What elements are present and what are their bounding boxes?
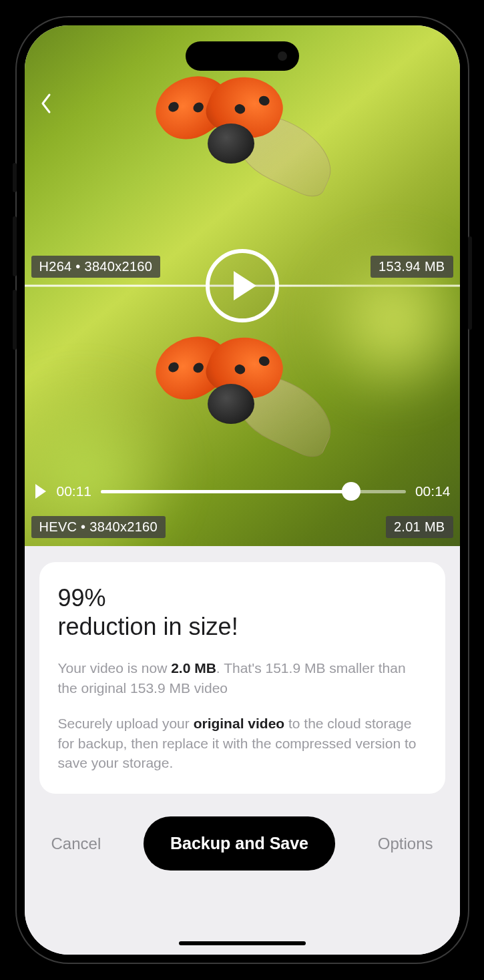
reduction-label: reduction in size! xyxy=(58,613,238,640)
play-icon xyxy=(231,270,259,302)
home-indicator[interactable] xyxy=(179,941,306,945)
backup-and-save-button[interactable]: Backup and Save xyxy=(144,816,335,871)
video-compare-view: H264 • 3840x2160 153.94 MB xyxy=(25,25,460,546)
cancel-button[interactable]: Cancel xyxy=(49,829,104,859)
original-video-label: original video xyxy=(194,716,285,731)
compressed-size-badge: 2.01 MB xyxy=(386,516,453,538)
compressed-video-preview: 00:11 00:14 HEVC • 3840x2160 2.01 MB xyxy=(25,286,460,546)
video-subject xyxy=(156,97,329,204)
dynamic-island xyxy=(186,41,299,71)
volume-down-button xyxy=(13,290,17,350)
reduction-percent: 99% xyxy=(58,584,106,611)
phone-frame: H264 • 3840x2160 153.94 MB xyxy=(15,16,469,964)
new-size-value: 2.0 MB xyxy=(171,660,216,676)
chevron-left-icon xyxy=(39,92,53,115)
scrubber-track[interactable] xyxy=(101,490,406,493)
compressed-format-badge: HEVC • 3840x2160 xyxy=(31,516,166,538)
scrubber-thumb[interactable] xyxy=(342,482,360,501)
mute-switch xyxy=(13,163,17,192)
video-scrubber[interactable]: 00:11 00:14 xyxy=(34,483,451,499)
mini-play-icon[interactable] xyxy=(34,483,47,499)
original-size-badge: 153.94 MB xyxy=(371,256,453,278)
result-panel: 99% reduction in size! Your video is now… xyxy=(25,546,460,955)
scrubber-progress xyxy=(101,490,351,493)
result-paragraph-1: Your video is now 2.0 MB. That's 151.9 M… xyxy=(58,658,427,698)
result-card: 99% reduction in size! Your video is now… xyxy=(39,562,445,794)
back-button[interactable] xyxy=(39,92,53,117)
play-button[interactable] xyxy=(206,249,279,322)
result-paragraph-2: Securely upload your original video to t… xyxy=(58,714,427,772)
elapsed-time: 00:11 xyxy=(57,483,92,499)
options-button[interactable]: Options xyxy=(375,829,436,859)
result-headline: 99% reduction in size! xyxy=(58,583,427,641)
power-button xyxy=(468,236,472,330)
original-format-badge: H264 • 3840x2160 xyxy=(31,256,161,278)
screen: H264 • 3840x2160 153.94 MB xyxy=(25,25,460,955)
video-subject xyxy=(156,357,329,464)
volume-up-button xyxy=(13,216,17,276)
total-time: 00:14 xyxy=(415,483,451,499)
action-bar: Cancel Backup and Save Options xyxy=(39,794,445,904)
